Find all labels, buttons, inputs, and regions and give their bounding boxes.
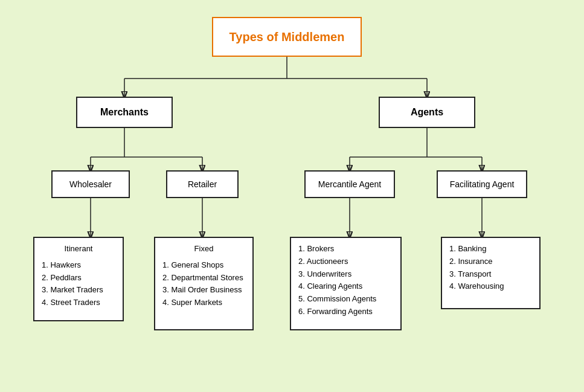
itinerant-title: Itinerant [42, 243, 115, 255]
diagram: Types of Middlemen Merchants Agents Whol… [0, 0, 584, 392]
mercantile-list-node: 1. Brokers 2. Auctioneers 3. Underwriter… [290, 237, 402, 330]
fixed-node: Fixed 1. General Shops 2. Departmental S… [154, 237, 254, 330]
wholesaler-label: Wholesaler [69, 179, 112, 189]
facilitating-agent-label: Facilitating Agent [450, 179, 515, 189]
retailer-node: Retailer [166, 170, 239, 198]
facilitating-agent-node: Facilitating Agent [437, 170, 527, 198]
fixed-items: 1. General Shops 2. Departmental Stores … [162, 259, 245, 309]
root-label: Types of Middlemen [229, 30, 345, 44]
merchants-node: Merchants [76, 97, 173, 128]
mercantile-agent-label: Mercantile Agent [318, 179, 381, 189]
root-node: Types of Middlemen [212, 17, 362, 57]
fixed-title: Fixed [162, 243, 245, 255]
itinerant-node: Itinerant 1. Hawkers 2. Peddlars 3. Mark… [33, 237, 124, 321]
merchants-label: Merchants [100, 107, 149, 118]
mercantile-list-items: 1. Brokers 2. Auctioneers 3. Underwriter… [298, 243, 393, 318]
mercantile-agent-node: Mercantile Agent [304, 170, 395, 198]
agents-label: Agents [411, 107, 443, 118]
wholesaler-node: Wholesaler [51, 170, 130, 198]
itinerant-items: 1. Hawkers 2. Peddlars 3. Market Traders… [42, 259, 115, 309]
agents-node: Agents [379, 97, 475, 128]
retailer-label: Retailer [188, 179, 217, 189]
facilitating-list-items: 1. Banking 2. Insurance 3. Transport 4. … [449, 243, 532, 293]
facilitating-list-node: 1. Banking 2. Insurance 3. Transport 4. … [441, 237, 541, 309]
